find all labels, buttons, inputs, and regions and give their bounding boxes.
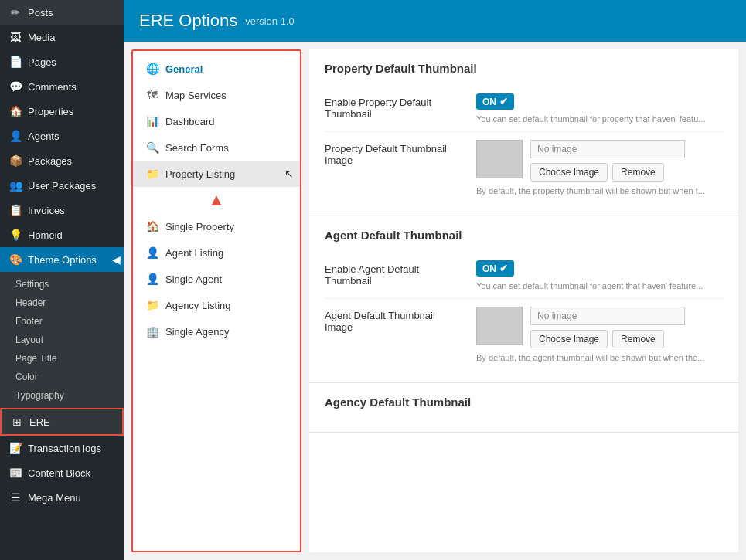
sidebar-item-posts[interactable]: ✏ Posts bbox=[0, 0, 124, 25]
submenu-layout[interactable]: Layout bbox=[0, 331, 124, 349]
pages-icon: 📄 bbox=[9, 56, 22, 68]
image-placeholder-property bbox=[476, 140, 523, 178]
single-agent-icon: 👤 bbox=[145, 273, 159, 285]
enable-property-thumbnail-label: Enable Property Default Thumbnail bbox=[325, 93, 464, 120]
comments-icon: 💬 bbox=[9, 80, 22, 93]
toggle-on-property[interactable]: ON ✔ bbox=[476, 93, 514, 110]
transaction-logs-icon: 📝 bbox=[9, 442, 22, 454]
sidebar-item-invoices[interactable]: 📋 Invoices bbox=[0, 198, 124, 222]
image-field-property: No image Choose Image Remove bbox=[476, 140, 723, 182]
nav-item-map-services[interactable]: 🗺 Map Services bbox=[133, 82, 300, 108]
packages-icon: 📦 bbox=[9, 154, 22, 167]
toggle-on-agent[interactable]: ON ✔ bbox=[476, 260, 514, 277]
invoices-icon: 📋 bbox=[9, 204, 22, 216]
user-packages-icon: 👥 bbox=[9, 179, 22, 192]
single-property-icon: 🏠 bbox=[145, 220, 159, 232]
enable-agent-thumbnail-field: Enable Agent Default Thumbnail ON ✔ You … bbox=[325, 253, 723, 299]
version-label: version 1.0 bbox=[245, 15, 295, 27]
agent-thumbnail-image-content: No image Choose Image Remove By default,… bbox=[476, 307, 723, 362]
sidebar-item-transaction-logs[interactable]: 📝 Transaction logs bbox=[0, 436, 124, 460]
nav-item-general[interactable]: 🌐 General bbox=[133, 56, 300, 82]
submenu-settings[interactable]: Settings bbox=[0, 275, 124, 294]
nav-item-single-property[interactable]: 🏠 Single Property bbox=[133, 213, 300, 239]
property-thumbnail-image-label: Property Default Thumbnail Image bbox=[325, 140, 464, 166]
agent-thumbnail-image-field: Agent Default Thumbnail Image No image C… bbox=[325, 299, 723, 370]
sidebar-item-user-packages[interactable]: 👥 User Packages bbox=[0, 173, 124, 198]
up-arrow-annotation: ▲ bbox=[133, 187, 300, 213]
sidebar-item-mega-menu[interactable]: ☰ Mega Menu bbox=[0, 485, 124, 510]
enable-property-desc: You can set default thumbnail for proper… bbox=[476, 114, 723, 124]
sidebar-item-ere[interactable]: ⊞ ERE bbox=[2, 409, 122, 434]
agent-thumbnail-image-label: Agent Default Thumbnail Image bbox=[325, 307, 464, 333]
agency-thumbnail-section: Agency Default Thumbnail bbox=[309, 383, 738, 433]
sidebar-item-packages[interactable]: 📦 Packages bbox=[0, 148, 124, 173]
media-icon: 🖼 bbox=[9, 31, 22, 43]
enable-agent-thumbnail-label: Enable Agent Default Thumbnail bbox=[325, 260, 464, 287]
agent-image-desc: By default, the agent thumbnail will be … bbox=[476, 353, 723, 362]
arrow-icon: ◀ bbox=[112, 253, 121, 266]
submenu-header[interactable]: Header bbox=[0, 294, 124, 312]
theme-options-icon: 🎨 bbox=[9, 253, 22, 266]
remove-image-property-button[interactable]: Remove bbox=[612, 163, 664, 182]
left-nav-panel: 🌐 General 🗺 Map Services 📊 Dashboard 🔍 S… bbox=[131, 49, 301, 552]
map-icon: 🗺 bbox=[145, 89, 159, 101]
choose-image-property-button[interactable]: Choose Image bbox=[530, 163, 608, 182]
enable-agent-desc: You can set default thumbnail for agent … bbox=[476, 281, 723, 290]
sidebar-item-pages[interactable]: 📄 Pages bbox=[0, 49, 124, 74]
agent-listing-icon: 👤 bbox=[145, 246, 159, 259]
nav-item-single-agent[interactable]: 👤 Single Agent bbox=[133, 266, 300, 292]
remove-image-agent-button[interactable]: Remove bbox=[612, 330, 664, 348]
sidebar-item-homeid[interactable]: 💡 Homeid bbox=[0, 222, 124, 247]
search-icon: 🔍 bbox=[145, 141, 159, 154]
no-image-property: No image bbox=[530, 140, 685, 158]
property-thumbnail-image-content: No image Choose Image Remove By default,… bbox=[476, 140, 723, 195]
posts-icon: ✏ bbox=[9, 6, 22, 19]
up-arrow-icon: ▲ bbox=[208, 190, 225, 210]
enable-agent-thumbnail-content: ON ✔ You can set default thumbnail for a… bbox=[476, 260, 723, 290]
agency-listing-icon: 📁 bbox=[145, 299, 159, 311]
homeid-icon: 💡 bbox=[9, 229, 22, 241]
agents-icon: 👤 bbox=[9, 130, 22, 142]
submenu-color[interactable]: Color bbox=[0, 368, 124, 386]
sidebar-item-media[interactable]: 🖼 Media bbox=[0, 25, 124, 49]
sidebar-item-properties[interactable]: 🏠 Properties bbox=[0, 99, 124, 124]
page-title: ERE Options bbox=[139, 11, 237, 31]
property-thumbnail-section: Property Default Thumbnail Enable Proper… bbox=[309, 49, 738, 216]
nav-item-search-forms[interactable]: 🔍 Search Forms bbox=[133, 134, 300, 161]
submenu-page-title[interactable]: Page Title bbox=[0, 349, 124, 368]
no-image-agent: No image bbox=[530, 307, 685, 325]
sidebar-item-comments[interactable]: 💬 Comments bbox=[0, 74, 124, 99]
ere-highlight-wrapper: ⊞ ERE ◀ bbox=[0, 408, 124, 436]
nav-item-single-agency[interactable]: 🏢 Single Agency bbox=[133, 318, 300, 344]
property-image-desc: By default, the property thumbnail will … bbox=[476, 186, 723, 195]
dashboard-icon: 📊 bbox=[145, 115, 159, 127]
agent-section-title: Agent Default Thumbnail bbox=[325, 229, 723, 242]
nav-item-property-listing[interactable]: 📁 Property Listing ↖ bbox=[133, 161, 300, 187]
property-thumbnail-image-field: Property Default Thumbnail Image No imag… bbox=[325, 132, 723, 203]
sidebar-item-theme-options[interactable]: 🎨 Theme Options ◀ bbox=[0, 247, 124, 272]
image-controls-property: No image Choose Image Remove bbox=[530, 140, 685, 182]
mega-menu-icon: ☰ bbox=[9, 491, 22, 504]
cursor-icon: ↖ bbox=[284, 168, 294, 180]
property-section-title: Property Default Thumbnail bbox=[325, 62, 723, 75]
submenu-footer[interactable]: Footer bbox=[0, 312, 124, 331]
submenu-typography[interactable]: Typography bbox=[0, 386, 124, 405]
image-placeholder-agent bbox=[476, 307, 523, 345]
sidebar: ✏ Posts 🖼 Media 📄 Pages 💬 Comments 🏠 Pro… bbox=[0, 0, 124, 560]
nav-item-dashboard[interactable]: 📊 Dashboard bbox=[133, 108, 300, 134]
content-block-icon: 📰 bbox=[9, 467, 22, 479]
sidebar-item-content-block[interactable]: 📰 Content Block bbox=[0, 460, 124, 485]
agent-check-icon: ✔ bbox=[499, 263, 508, 274]
nav-item-agency-listing[interactable]: 📁 Agency Listing bbox=[133, 292, 300, 318]
check-icon: ✔ bbox=[499, 96, 508, 107]
choose-image-agent-button[interactable]: Choose Image bbox=[530, 330, 608, 348]
nav-item-agent-listing[interactable]: 👤 Agent Listing bbox=[133, 239, 300, 266]
folder-icon: 📁 bbox=[145, 168, 159, 180]
agent-thumbnail-section: Agent Default Thumbnail Enable Agent Def… bbox=[309, 216, 738, 383]
ere-icon: ⊞ bbox=[11, 416, 23, 428]
content-area: 🌐 General 🗺 Map Services 📊 Dashboard 🔍 S… bbox=[124, 42, 746, 560]
sidebar-item-agents[interactable]: 👤 Agents bbox=[0, 124, 124, 148]
agency-section-title: Agency Default Thumbnail bbox=[325, 395, 723, 409]
enable-property-thumbnail-field: Enable Property Default Thumbnail ON ✔ Y… bbox=[325, 86, 723, 132]
image-buttons-agent: Choose Image Remove bbox=[530, 330, 685, 348]
